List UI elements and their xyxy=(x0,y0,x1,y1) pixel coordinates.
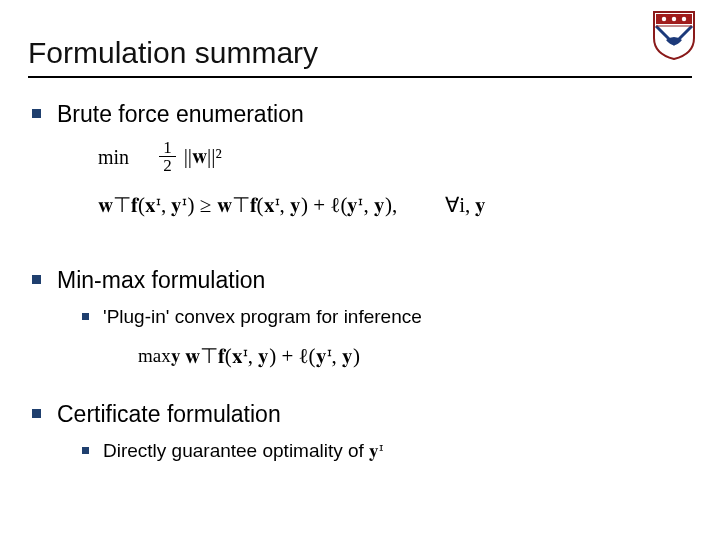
bullet-square-icon xyxy=(82,313,89,320)
math-block-objective: min 1 2 ||𝐰||² 𝐰⊤𝐟(𝐱ᶦ, 𝐲ᶦ) ≥ 𝐰⊤𝐟(𝐱ᶦ, 𝐲) … xyxy=(28,139,692,224)
min-label: min xyxy=(98,140,129,174)
math-block-max: max𝐲 𝐰⊤𝐟(𝐱ᶦ, 𝐲) + ℓ(𝐲ᶦ, 𝐲) xyxy=(28,339,692,375)
bullet-certificate: Certificate formulation xyxy=(28,400,692,429)
bullet-square-icon xyxy=(82,447,89,454)
penn-shield-logo xyxy=(652,10,696,60)
bullet-square-icon xyxy=(32,275,41,284)
constraint-lhs: 𝐰⊤𝐟(𝐱ᶦ, 𝐲ᶦ) ≥ 𝐰⊤𝐟(𝐱ᶦ, 𝐲) + ℓ(𝐲ᶦ, 𝐲), xyxy=(98,188,397,224)
svg-point-1 xyxy=(662,17,666,21)
bullet-square-icon xyxy=(32,409,41,418)
bullet-list: Brute force enumeration min 1 2 ||𝐰||² 𝐰… xyxy=(28,100,692,463)
bullet-label: Min-max formulation xyxy=(57,266,265,295)
bullet-direct-guarantee: Directly guarantee optimality of 𝐲ᶦ xyxy=(28,439,692,463)
bullet-brute-force: Brute force enumeration xyxy=(28,100,692,129)
frac-den: 2 xyxy=(159,157,176,174)
max-label: max𝐲 xyxy=(138,340,181,372)
bullet-label-text: Directly guarantee optimality of xyxy=(103,440,369,461)
bullet-square-icon xyxy=(32,109,41,118)
title-rule xyxy=(28,76,692,78)
constraint-quantifier: ∀i, 𝐲 xyxy=(445,188,486,224)
bullet-label: 'Plug-in' convex program for inference xyxy=(103,305,422,329)
bullet-label: Directly guarantee optimality of 𝐲ᶦ xyxy=(103,439,384,463)
fraction-half: 1 2 xyxy=(159,139,176,174)
svg-point-3 xyxy=(682,17,686,21)
slide-title: Formulation summary xyxy=(28,36,692,70)
svg-point-2 xyxy=(672,17,676,21)
max-expression: 𝐰⊤𝐟(𝐱ᶦ, 𝐲) + ℓ(𝐲ᶦ, 𝐲) xyxy=(185,339,360,375)
yi-symbol: 𝐲ᶦ xyxy=(369,440,384,461)
bullet-label: Certificate formulation xyxy=(57,400,281,429)
norm-w-squared: ||𝐰||² xyxy=(184,139,222,175)
bullet-minmax: Min-max formulation xyxy=(28,266,692,295)
frac-num: 1 xyxy=(159,139,176,157)
bullet-plugin: 'Plug-in' convex program for inference xyxy=(28,305,692,329)
bullet-label: Brute force enumeration xyxy=(57,100,304,129)
slide: Formulation summary Brute force enumerat… xyxy=(0,0,720,540)
